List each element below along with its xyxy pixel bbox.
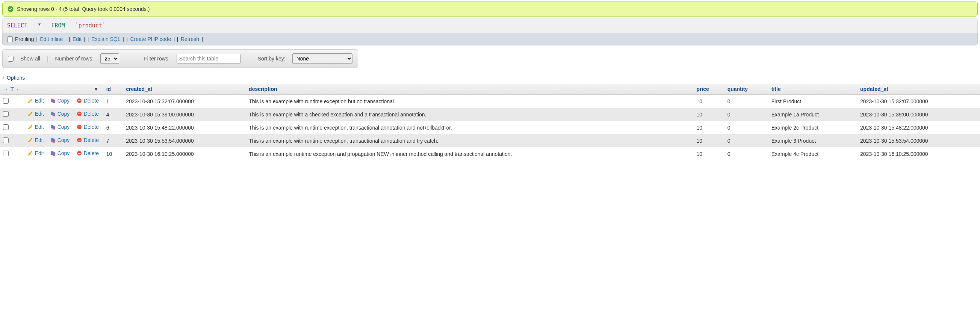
text-icon[interactable]: T <box>11 86 14 92</box>
options-toggle[interactable]: + Options <box>2 75 978 81</box>
delete-label: Delete <box>84 150 99 156</box>
copy-label: Copy <box>57 111 70 117</box>
check-icon <box>7 6 14 13</box>
cell-description: This is an example runtime exception and… <box>246 147 693 161</box>
edit-label: Edit <box>35 111 44 117</box>
show-all-checkbox[interactable] <box>8 56 14 62</box>
copy-label: Copy <box>57 137 70 143</box>
cell-updated-at: 2023-10-30 16:10:25.000000 <box>857 147 980 161</box>
pencil-icon <box>27 98 33 104</box>
success-message: Showing rows 0 - 4 (5 total, Query took … <box>2 2 978 16</box>
delete-icon <box>76 124 82 130</box>
delete-row-link[interactable]: Delete <box>76 124 99 130</box>
copy-icon <box>50 98 56 104</box>
delete-icon <box>76 137 82 143</box>
rows-select[interactable]: 25 <box>100 53 119 64</box>
edit-row-link[interactable]: Edit <box>27 124 44 130</box>
table-row: Edit Copy Delete 10 2023-10-30 16:10:25.… <box>0 147 980 161</box>
copy-row-link[interactable]: Copy <box>50 98 70 104</box>
rows-label: Number of rows: <box>55 56 94 62</box>
cell-updated-at: 2023-10-30 15:48:22.000000 <box>857 121 980 134</box>
row-checkbox[interactable] <box>3 137 9 143</box>
delete-row-link[interactable]: Delete <box>76 111 99 117</box>
edit-row-link[interactable]: Edit <box>27 137 44 143</box>
cell-price: 10 <box>693 147 724 161</box>
svg-rect-2 <box>52 100 55 103</box>
col-created-at[interactable]: created_at <box>123 84 246 95</box>
copy-row-link[interactable]: Copy <box>50 124 70 130</box>
cell-quantity: 0 <box>724 147 768 161</box>
sort-desc-icon[interactable]: ▼ <box>94 86 99 92</box>
cell-created-at: 2023-10-30 15:53:54.000000 <box>123 134 246 147</box>
cell-price: 10 <box>693 134 724 147</box>
row-checkbox[interactable] <box>3 124 9 130</box>
cell-price: 10 <box>693 95 724 108</box>
cell-created-at: 2023-10-30 15:32:07.000000 <box>123 95 246 108</box>
cell-created-at: 2023-10-30 15:39:00.000000 <box>123 108 246 121</box>
col-id[interactable]: id <box>103 84 123 95</box>
copy-icon <box>50 124 56 130</box>
svg-rect-8 <box>78 113 80 114</box>
sort-select[interactable]: None <box>292 53 352 64</box>
svg-rect-12 <box>78 127 80 127</box>
delete-icon <box>76 98 82 104</box>
col-description[interactable]: description <box>246 84 693 95</box>
cell-quantity: 0 <box>724 134 768 147</box>
col-title[interactable]: title <box>768 84 857 95</box>
filter-input[interactable] <box>177 54 240 64</box>
cell-updated-at: 2023-10-30 15:53:54.000000 <box>857 134 980 147</box>
create-php-link[interactable]: Create PHP code <box>130 36 171 42</box>
delete-row-link[interactable]: Delete <box>76 137 99 143</box>
delete-row-link[interactable]: Delete <box>76 98 99 104</box>
edit-inline-link[interactable]: Edit inline <box>40 36 63 42</box>
table-row: Edit Copy Delete 4 2023-10-30 15:39:00.0… <box>0 108 980 121</box>
row-checkbox[interactable] <box>3 151 9 156</box>
results-table: → T ← ▼ id created_at description price … <box>0 84 980 161</box>
move-right-icon[interactable]: → <box>3 86 8 92</box>
copy-row-link[interactable]: Copy <box>50 150 70 156</box>
edit-row-link[interactable]: Edit <box>27 111 44 117</box>
cell-title: Example 4c Product <box>768 147 857 161</box>
refresh-link[interactable]: Refresh <box>181 36 199 42</box>
svg-rect-6 <box>52 113 55 116</box>
move-left-icon[interactable]: ← <box>16 86 21 92</box>
edit-label: Edit <box>35 124 44 130</box>
copy-icon <box>50 137 56 143</box>
show-all-label: Show all <box>20 56 40 62</box>
copy-icon <box>50 111 56 117</box>
pencil-icon <box>27 111 33 117</box>
copy-row-link[interactable]: Copy <box>50 111 70 117</box>
cell-title: Example 1a Product <box>768 108 857 121</box>
col-quantity[interactable]: quantity <box>724 84 768 95</box>
edit-row-link[interactable]: Edit <box>27 150 44 156</box>
col-updated-at[interactable]: updated_at <box>857 84 980 95</box>
cell-created-at: 2023-10-30 16:10:25.000000 <box>123 147 246 161</box>
svg-rect-18 <box>52 152 55 156</box>
profiling-checkbox[interactable] <box>7 37 13 42</box>
edit-link[interactable]: Edit <box>73 36 81 42</box>
edit-label: Edit <box>35 98 44 104</box>
delete-label: Delete <box>84 98 99 104</box>
delete-icon <box>76 111 82 117</box>
sql-select: SELECT <box>7 22 27 29</box>
copy-row-link[interactable]: Copy <box>50 137 70 143</box>
cell-title: Example 2c Product <box>768 121 857 134</box>
success-text: Showing rows 0 - 4 (5 total, Query took … <box>17 6 150 12</box>
cell-id: 7 <box>103 134 123 147</box>
col-price[interactable]: price <box>693 84 724 95</box>
cell-price: 10 <box>693 121 724 134</box>
sql-ident: `product` <box>75 22 106 29</box>
table-controls: Show all | Number of rows: 25 Filter row… <box>2 49 358 68</box>
row-checkbox[interactable] <box>3 98 9 104</box>
delete-row-link[interactable]: Delete <box>76 150 99 156</box>
svg-rect-14 <box>52 139 55 142</box>
copy-label: Copy <box>57 124 70 130</box>
svg-rect-20 <box>78 153 80 154</box>
explain-sql-link[interactable]: Explain SQL <box>91 36 121 42</box>
row-checkbox[interactable] <box>3 111 9 117</box>
edit-row-link[interactable]: Edit <box>27 98 44 104</box>
filter-label: Filter rows: <box>144 56 169 62</box>
cell-updated-at: 2023-10-30 15:32:07.000000 <box>857 95 980 108</box>
pencil-icon <box>27 150 33 156</box>
cell-quantity: 0 <box>724 121 768 134</box>
